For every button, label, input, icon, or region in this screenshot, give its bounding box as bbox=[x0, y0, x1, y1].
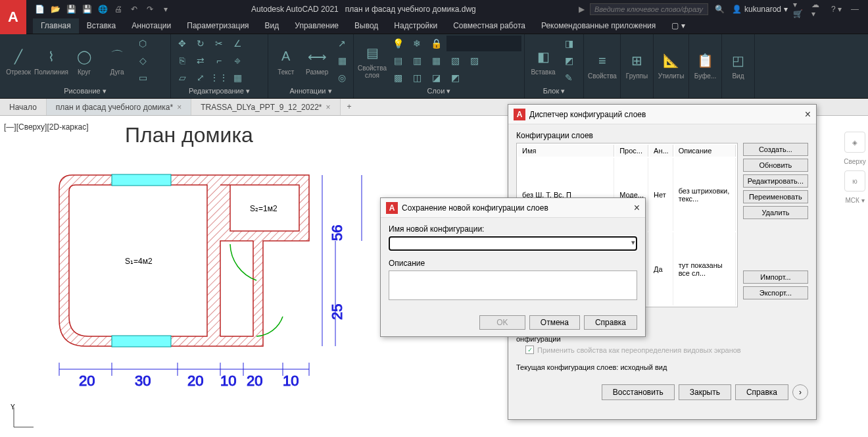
user-badge[interactable]: 👤 kukunarod ▾ bbox=[732, 5, 788, 14]
layer-bulb-icon[interactable]: 💡 bbox=[389, 36, 406, 51]
layer-h-icon[interactable]: ◪ bbox=[427, 70, 445, 86]
draw-small-2[interactable]: ◇ bbox=[134, 53, 151, 68]
mod-icon-b[interactable]: ⎆ bbox=[229, 53, 246, 68]
mod-icon-a[interactable]: ∠ bbox=[229, 36, 246, 51]
layer-lock-icon[interactable]: 🔒 bbox=[427, 36, 445, 51]
web-icon[interactable]: 🌐 bbox=[96, 3, 109, 16]
ribbon-tab-parametric[interactable]: Параметризация bbox=[179, 18, 256, 34]
mirror-icon[interactable]: ⇄ bbox=[192, 53, 209, 68]
help-button[interactable]: Справка bbox=[735, 384, 788, 400]
viewcube-s[interactable]: ю bbox=[844, 170, 865, 192]
restore-button[interactable]: Восстановить bbox=[602, 384, 675, 400]
utils-button[interactable]: 📐Утилиты bbox=[656, 47, 686, 82]
ribbon-tab-extra[interactable]: ▢ ▾ bbox=[663, 18, 692, 34]
new-tab-button[interactable]: + bbox=[341, 99, 358, 115]
undo-icon[interactable]: ↶ bbox=[128, 3, 141, 16]
save-icon[interactable]: 💾 bbox=[64, 3, 78, 16]
block-b-icon[interactable]: ◩ bbox=[560, 53, 577, 68]
state-name-input[interactable] bbox=[389, 236, 637, 251]
layer-combo[interactable] bbox=[446, 36, 521, 51]
props-button[interactable]: ≡Свойства bbox=[587, 47, 618, 82]
minimize-icon[interactable]: — bbox=[848, 3, 861, 16]
layer-i-icon[interactable]: ◩ bbox=[446, 70, 464, 86]
ribbon-tab-view[interactable]: Вид bbox=[257, 18, 287, 34]
cloud-icon[interactable]: ☁ ▾ bbox=[811, 3, 825, 16]
array-icon[interactable]: ⋮⋮ bbox=[210, 70, 228, 86]
paste-button[interactable]: 📋Буфе... bbox=[692, 47, 719, 82]
rename-button[interactable]: Переименовать bbox=[743, 190, 808, 203]
scale-icon[interactable]: ⤢ bbox=[192, 70, 209, 86]
doc-tab-2[interactable]: TRASSA_DLYa_PPT_9_12_2022*× bbox=[191, 99, 340, 115]
dialog-title[interactable]: A Диспетчер конфигураций слоев × bbox=[508, 105, 816, 124]
ribbon-tab-apps[interactable]: Рекомендованные приложения bbox=[533, 18, 663, 34]
polyline-button[interactable]: ⌇Полилиния bbox=[36, 43, 67, 78]
export-button[interactable]: Экспорт... bbox=[743, 286, 808, 299]
ribbon-tab-annotate[interactable]: Аннотации bbox=[124, 18, 179, 34]
text-button[interactable]: AТекст bbox=[271, 43, 301, 78]
layer-b-icon[interactable]: ▥ bbox=[408, 53, 425, 68]
cancel-button[interactable]: Отмена bbox=[529, 315, 580, 330]
layer-freeze-icon[interactable]: ❄ bbox=[408, 36, 425, 51]
fillet-icon[interactable]: ⌐ bbox=[210, 53, 228, 68]
cart-icon[interactable]: ▾🛒 bbox=[793, 3, 806, 16]
doc-tab-1[interactable]: план и фасад учебного домика*× bbox=[47, 99, 191, 115]
plot-icon[interactable]: 🖨 bbox=[112, 3, 125, 16]
update-button[interactable]: Обновить bbox=[743, 159, 808, 172]
ribbon-tab-collaborate[interactable]: Совместная работа bbox=[445, 18, 533, 34]
layer-props-button[interactable]: ▤Свойства слоя bbox=[356, 39, 388, 82]
anno-icon[interactable]: ◎ bbox=[333, 70, 350, 86]
arc-button[interactable]: ⌒Дуга bbox=[101, 43, 133, 78]
circle-button[interactable]: ◯Круг bbox=[68, 43, 100, 78]
trim-icon[interactable]: ✂ bbox=[210, 36, 228, 51]
view-button[interactable]: ◰Вид bbox=[725, 47, 752, 82]
search-input[interactable] bbox=[590, 3, 708, 15]
block-c-icon[interactable]: ✎ bbox=[560, 70, 577, 86]
close-icon[interactable]: × bbox=[177, 103, 181, 112]
ok-button[interactable]: OK bbox=[479, 315, 525, 330]
ribbon-tab-home[interactable]: Главная bbox=[33, 18, 79, 34]
ribbon-tab-output[interactable]: Вывод bbox=[347, 18, 386, 34]
line-button[interactable]: ╱Отрезок bbox=[3, 43, 34, 78]
open-icon[interactable]: 📂 bbox=[49, 3, 62, 16]
dialog-title[interactable]: A Сохранение новой конфигурации слоев × bbox=[381, 198, 645, 218]
import-button[interactable]: Импорт... bbox=[743, 270, 808, 284]
ribbon-tab-insert[interactable]: Вставка bbox=[79, 18, 124, 34]
groups-button[interactable]: ⊞Группы bbox=[623, 47, 650, 82]
layer-e-icon[interactable]: ▨ bbox=[466, 53, 483, 68]
dim-button[interactable]: ⟷Размер bbox=[302, 43, 333, 78]
help-icon[interactable]: ? ▾ bbox=[830, 3, 843, 16]
table-icon[interactable]: ▦ bbox=[333, 53, 350, 68]
state-desc-input[interactable] bbox=[389, 270, 637, 300]
layer-c-icon[interactable]: ▦ bbox=[427, 53, 445, 68]
insert-block-button[interactable]: ◧Вставка bbox=[527, 43, 559, 78]
redo-icon[interactable]: ↷ bbox=[143, 3, 157, 16]
mod-icon-c[interactable]: ▦ bbox=[229, 70, 246, 86]
layer-a-icon[interactable]: ▤ bbox=[389, 53, 406, 68]
viewcube[interactable]: ◈ bbox=[844, 132, 865, 153]
new-button[interactable]: Создать... bbox=[743, 143, 808, 156]
close-icon[interactable]: × bbox=[326, 103, 330, 112]
layer-g-icon[interactable]: ◫ bbox=[408, 70, 425, 86]
delete-button[interactable]: Удалить bbox=[743, 206, 808, 219]
layer-f-icon[interactable]: ▩ bbox=[389, 70, 406, 86]
doc-tab-start[interactable]: Начало bbox=[0, 99, 47, 115]
move-icon[interactable]: ✥ bbox=[174, 36, 191, 51]
draw-small-1[interactable]: ⬡ bbox=[134, 36, 151, 51]
draw-small-3[interactable]: ▭ bbox=[134, 70, 151, 86]
edit-button[interactable]: Редактировать... bbox=[743, 174, 808, 188]
autocad-logo[interactable]: A bbox=[0, 0, 26, 34]
help-button[interactable]: Справка bbox=[584, 315, 637, 330]
saveas-icon[interactable]: 💾 bbox=[80, 3, 93, 16]
stretch-icon[interactable]: ▱ bbox=[174, 70, 191, 86]
close-icon[interactable]: × bbox=[805, 109, 811, 120]
close-button[interactable]: Закрыть bbox=[679, 384, 731, 400]
search-icon[interactable]: 🔍 bbox=[713, 3, 727, 16]
ribbon-tab-addons[interactable]: Надстройки bbox=[386, 18, 445, 34]
ribbon-tab-manage[interactable]: Управление bbox=[287, 18, 347, 34]
block-a-icon[interactable]: ◨ bbox=[560, 36, 577, 51]
close-icon[interactable]: × bbox=[634, 202, 640, 214]
new-icon[interactable]: 📄 bbox=[33, 3, 46, 16]
rotate-icon[interactable]: ↻ bbox=[192, 36, 209, 51]
expand-icon[interactable]: › bbox=[792, 384, 808, 400]
checkbox-vp[interactable]: ✓Применить свойства как переопределения … bbox=[525, 346, 808, 354]
